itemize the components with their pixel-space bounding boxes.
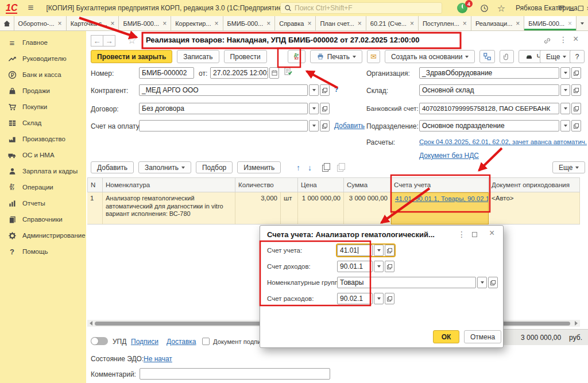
sidebar-item-zarplata[interactable]: Зарплата и кадры: [0, 164, 86, 178]
related-documents-button[interactable]: [479, 50, 495, 63]
invoice-field[interactable]: [139, 120, 330, 131]
chevron-down-icon[interactable]: [560, 120, 570, 131]
row-cell-price[interactable]: 1 000 000,00: [298, 192, 344, 225]
history-icon[interactable]: [478, 2, 490, 14]
print-button[interactable]: Печать: [310, 50, 362, 63]
tab-close-icon[interactable]: ×: [58, 20, 62, 28]
row-cell-qty[interactable]: 3,000: [235, 192, 281, 225]
bank-account-field[interactable]: 40702810799995758128, ПАО СБЕРБАНК: [419, 103, 581, 114]
tab-6021[interactable]: 60.21 (Сче...×: [366, 16, 419, 30]
expense-account-field[interactable]: 90.02.1: [337, 293, 394, 304]
tab-close-icon[interactable]: ×: [110, 20, 114, 28]
contract-field[interactable]: Без договора: [139, 103, 330, 114]
sidebar-item-prodazhi[interactable]: Продажи: [0, 84, 86, 98]
open-form-icon[interactable]: [571, 67, 581, 79]
add-invoice-link[interactable]: Добавить: [334, 122, 365, 130]
sidebar-item-pokupki[interactable]: Покупки: [0, 100, 86, 114]
toolbar-help-button[interactable]: ?: [570, 50, 585, 63]
tab-close-icon[interactable]: ×: [307, 20, 311, 28]
tab-close-icon[interactable]: ×: [214, 20, 218, 28]
post-and-close-button[interactable]: Провести и закрыть: [91, 50, 172, 63]
copy-icon[interactable]: [322, 163, 330, 172]
chevron-down-icon[interactable]: [374, 293, 384, 304]
chevron-down-icon[interactable]: [560, 67, 570, 79]
open-form-icon[interactable]: [571, 103, 581, 114]
tab-close-icon[interactable]: ×: [358, 20, 362, 28]
chevron-down-icon[interactable]: [560, 84, 570, 96]
tab-oborotno[interactable]: Оборотно-...×: [14, 16, 67, 30]
service-menu-icon[interactable]: [555, 2, 567, 14]
move-down-icon[interactable]: ↓: [304, 161, 315, 173]
chevron-down-icon[interactable]: [309, 120, 319, 131]
row-cell-unit[interactable]: шт: [281, 192, 298, 225]
warehouse-field[interactable]: Основной склад: [419, 84, 581, 96]
email-button[interactable]: ✉: [367, 50, 380, 63]
number-field[interactable]: БМИБ-000002: [139, 67, 194, 79]
signatures-link[interactable]: Подписи: [131, 338, 158, 346]
tab-close-icon[interactable]: ×: [568, 20, 572, 28]
favorite-star-icon[interactable]: ☆: [127, 34, 136, 47]
tab-home[interactable]: [0, 16, 14, 30]
counterparty-help-icon[interactable]: ?: [334, 86, 338, 94]
chevron-down-icon[interactable]: [374, 245, 384, 256]
tab-kartochka[interactable]: Карточка с...×: [67, 16, 119, 30]
settlements-link[interactable]: Срок 04.03.2025, 62.01, 62.02, зачет ава…: [419, 138, 587, 145]
tab-bmib-active[interactable]: БМИБ-000...×: [524, 16, 577, 30]
table-more-button[interactable]: Еще: [552, 161, 585, 173]
search-input[interactable]: [295, 4, 438, 12]
dtkt-postings-button[interactable]: ДтКт: [288, 50, 305, 63]
open-form-icon[interactable]: [385, 293, 394, 304]
tab-close-icon[interactable]: ×: [463, 20, 467, 28]
accounts-link[interactable]: 41.01, 90.01.1, Товары, 90.02.1: [395, 195, 489, 202]
date-field[interactable]: 27.02.2025 12:00:00: [210, 67, 279, 79]
tab-list-dropdown[interactable]: [577, 16, 588, 30]
forward-icon[interactable]: →: [103, 35, 115, 47]
tab-korrektir[interactable]: Корректир...×: [171, 16, 223, 30]
scroll-right-icon[interactable]: [575, 321, 578, 326]
tab-close-icon[interactable]: ×: [266, 20, 270, 28]
main-menu-icon[interactable]: ≡: [28, 2, 33, 14]
table-edit-button[interactable]: Изменить: [237, 161, 281, 173]
chevron-down-icon[interactable]: [374, 261, 384, 272]
row-cell-accounts[interactable]: 41.01, 90.01.1, Товары, 90.02.1: [391, 192, 489, 225]
sidebar-item-os-nma[interactable]: ОС и НМА: [0, 148, 86, 162]
sidebar-item-spravochniki[interactable]: Справочники: [0, 212, 86, 226]
income-account-field[interactable]: 90.01.1: [337, 261, 394, 272]
sidebar-item-rukovoditelyu[interactable]: Руководителю: [0, 52, 86, 65]
tab-close-icon[interactable]: ×: [516, 20, 520, 28]
table-pick-button[interactable]: Подбор: [196, 161, 233, 173]
row-cell-n[interactable]: 1: [87, 192, 103, 225]
write-button[interactable]: Записать: [177, 50, 219, 63]
sidebar-item-proizvodstvo[interactable]: Производство: [0, 132, 86, 146]
comment-field[interactable]: [140, 368, 330, 380]
calendar-icon[interactable]: [269, 67, 279, 79]
set-time-icon[interactable]: [284, 67, 293, 78]
global-search[interactable]: [280, 2, 442, 14]
tab-spravka[interactable]: Справка×: [275, 16, 316, 30]
tab-realizacia[interactable]: Реализаци...×: [471, 16, 524, 30]
open-form-icon[interactable]: [571, 120, 581, 131]
dialog-maximize-icon[interactable]: [472, 230, 477, 239]
row-cell-sum[interactable]: 3 000 000,00: [344, 192, 391, 225]
form-close-icon[interactable]: ×: [573, 34, 578, 44]
signed-checkbox[interactable]: [202, 338, 210, 345]
sidebar-item-operacii[interactable]: ДтКтОперации: [0, 180, 86, 194]
create-on-base-button[interactable]: Создать на основании: [385, 50, 475, 63]
favorites-star-icon[interactable]: ☆: [495, 2, 508, 14]
open-form-icon[interactable]: [488, 277, 498, 288]
ok-button[interactable]: ОК: [433, 330, 459, 343]
close-window-icon[interactable]: ×: [585, 3, 588, 13]
row-cell-item[interactable]: Анализатор гематологический автоматическ…: [103, 192, 235, 225]
account-field[interactable]: 41.01: [337, 245, 394, 256]
cancel-button[interactable]: Отмена: [464, 330, 501, 343]
tab-postuplenie[interactable]: Поступлен...×: [419, 16, 471, 30]
upd-toggle[interactable]: [91, 337, 108, 345]
sidebar-item-administrirovanie[interactable]: Администрирование: [0, 229, 86, 242]
open-form-icon[interactable]: [320, 120, 330, 131]
move-up-icon[interactable]: ↑: [292, 161, 304, 173]
chevron-down-icon[interactable]: [309, 103, 319, 114]
open-form-icon[interactable]: [320, 84, 330, 96]
sidebar-item-bank-kassa[interactable]: Банк и касса: [0, 68, 86, 82]
link-icon[interactable]: [543, 37, 551, 47]
open-form-icon[interactable]: [385, 261, 394, 272]
